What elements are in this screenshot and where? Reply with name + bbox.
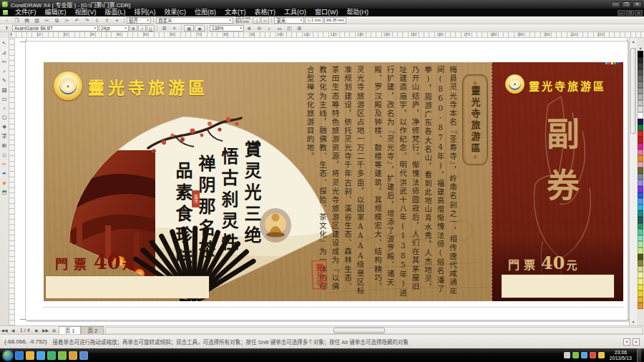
bold-button[interactable]: B — [130, 25, 137, 31]
menu-item[interactable]: 视图(V) — [71, 9, 101, 16]
scroll-down-arrow[interactable]: ▼ — [630, 318, 637, 326]
toolbar-icon[interactable]: ⧉ — [52, 17, 62, 24]
toolbox-tool[interactable]: 字 — [1, 132, 9, 141]
taskbar-app-icon[interactable] — [79, 351, 88, 360]
color-swatch[interactable] — [638, 285, 643, 291]
portrait-button[interactable]: ▯ — [253, 17, 260, 24]
menu-item[interactable]: 帮助(H) — [343, 9, 374, 16]
color-swatch[interactable] — [638, 82, 643, 88]
zoom-toolbar-icon[interactable]: ▭ — [275, 25, 284, 31]
ruler-origin[interactable] — [0, 32, 9, 38]
toolbox-tool[interactable]: ⬒ — [1, 188, 9, 197]
vertical-ruler[interactable] — [9, 38, 15, 326]
vertical-scrollbar[interactable]: ▲ ▼ — [629, 38, 637, 326]
zoom-toolbar-icon[interactable]: ⊞ — [295, 25, 304, 31]
color-swatch[interactable] — [638, 210, 643, 217]
horizontal-scrollbar[interactable] — [105, 327, 643, 334]
toolbox-tool[interactable]: ⊿ — [1, 49, 9, 57]
zoom-toolbar-icon[interactable]: ⌕ — [265, 25, 274, 31]
color-swatch[interactable] — [638, 290, 643, 297]
paper-size-fields[interactable]: 220.0 mm 90.5 mm — [234, 16, 252, 24]
toolbar-icon[interactable]: ▤ — [22, 17, 31, 24]
toolbox-tool[interactable]: ⊞ — [1, 142, 9, 150]
nudge-field[interactable]: ◇ .1 mm — [305, 17, 323, 24]
doc-restore-button[interactable]: ❐ — [626, 10, 634, 16]
toolbox-tool[interactable]: ✎ — [1, 77, 9, 85]
menu-item[interactable]: 位图(B) — [190, 9, 220, 16]
menu-item[interactable]: 文本(T) — [220, 9, 250, 16]
add-page-button[interactable]: ⊞ — [50, 328, 59, 333]
minimize-button[interactable]: — — [611, 1, 620, 8]
color-swatch[interactable] — [638, 235, 643, 242]
menu-item[interactable]: 工具(O) — [280, 9, 311, 16]
color-swatch[interactable] — [638, 155, 643, 162]
color-swatch[interactable] — [638, 162, 643, 168]
color-swatch[interactable] — [638, 241, 643, 248]
color-swatch[interactable] — [638, 51, 643, 57]
color-swatch[interactable] — [638, 186, 643, 192]
color-swatch[interactable] — [638, 75, 643, 82]
toolbar-icon[interactable]: ↷ — [82, 17, 92, 24]
underline-button[interactable]: U — [147, 25, 155, 31]
maximize-button[interactable]: ❐ — [622, 1, 631, 8]
doc-minimize-button[interactable]: — — [618, 10, 625, 16]
color-swatch[interactable] — [638, 137, 643, 143]
tray-icon[interactable] — [590, 352, 596, 358]
landscape-button[interactable]: ▭ — [261, 17, 269, 24]
color-swatch[interactable] — [638, 260, 643, 266]
color-swatch[interactable] — [638, 57, 643, 64]
color-swatch[interactable] — [638, 112, 643, 119]
toolbox-tool[interactable]: ◈ — [1, 179, 9, 187]
palette-up-arrow[interactable]: ▲ — [639, 45, 643, 51]
color-swatch[interactable] — [638, 167, 643, 174]
color-swatch[interactable] — [638, 198, 643, 205]
tray-icon[interactable] — [572, 352, 579, 358]
toolbox-tool[interactable]: ○ — [1, 104, 9, 113]
toolbox-tool[interactable]: ✒ — [1, 170, 9, 178]
color-swatch[interactable] — [638, 143, 643, 150]
toolbar-icon[interactable]: ⌖ — [112, 17, 122, 24]
doc-close-button[interactable]: ✕ — [635, 10, 643, 16]
drawing-canvas[interactable]: ▲ 靈光寺旅游區 — [15, 38, 629, 326]
color-swatch[interactable] — [638, 63, 643, 69]
toolbox-tool[interactable]: ◇ — [1, 151, 9, 160]
zoom-toolbar-icon[interactable]: ⊕ — [245, 25, 254, 31]
tray-icon[interactable] — [598, 352, 605, 358]
menu-item[interactable]: 版面(L) — [101, 9, 130, 16]
color-swatch[interactable] — [638, 174, 643, 180]
horizontal-scroll-thumb[interactable] — [333, 328, 385, 333]
menu-item[interactable]: 排列(A) — [130, 9, 160, 16]
color-swatch[interactable] — [638, 254, 643, 260]
toolbar-icon[interactable]: ⇩ — [92, 17, 102, 24]
ticket-stub-section[interactable]: ▲ 靈光寺旅游區 副券 門票 40 元 — [492, 62, 623, 301]
color-swatch[interactable] — [638, 88, 643, 94]
color-swatch[interactable] — [638, 106, 643, 112]
tray-icon[interactable] — [564, 352, 570, 358]
italic-button[interactable]: I — [138, 25, 146, 31]
color-swatch[interactable] — [638, 217, 643, 223]
color-swatch[interactable] — [638, 180, 643, 186]
toolbar-icon[interactable]: ⇧ — [102, 17, 112, 24]
snap-dropdown[interactable]: 贴齐 ·▾ — [127, 17, 151, 24]
toolbar-icon[interactable]: ❒ — [12, 17, 21, 24]
toolbar-icon[interactable]: ✂ — [42, 17, 52, 24]
zoom-level-dropdown[interactable]: 138%▾ — [210, 25, 244, 31]
toolbar-icon[interactable]: ▫ — [2, 17, 11, 24]
color-swatch[interactable] — [638, 248, 643, 254]
color-swatch[interactable] — [638, 229, 643, 235]
color-swatch[interactable] — [638, 278, 643, 285]
taskbar-app-icon[interactable] — [26, 351, 34, 360]
font-family-dropdown[interactable]: AvantGarde Bk BT▾ — [12, 25, 98, 31]
show-desktop-button[interactable] — [637, 348, 641, 362]
color-swatch[interactable] — [638, 205, 643, 211]
document-page[interactable]: ▲ 靈光寺旅游區 — [25, 41, 628, 321]
color-swatch[interactable] — [638, 150, 643, 156]
h-align-icon[interactable]: ☰ — [160, 25, 169, 31]
color-swatch[interactable] — [638, 94, 643, 100]
toolbox-tool[interactable]: ⬠ — [1, 114, 9, 122]
menu-item[interactable]: 窗口(W) — [311, 9, 343, 16]
color-swatch[interactable] — [638, 297, 643, 303]
color-swatch[interactable] — [638, 69, 643, 76]
toolbox-tool[interactable]: ▭ — [1, 95, 9, 104]
toolbox-tool[interactable]: ❖ — [1, 123, 9, 132]
